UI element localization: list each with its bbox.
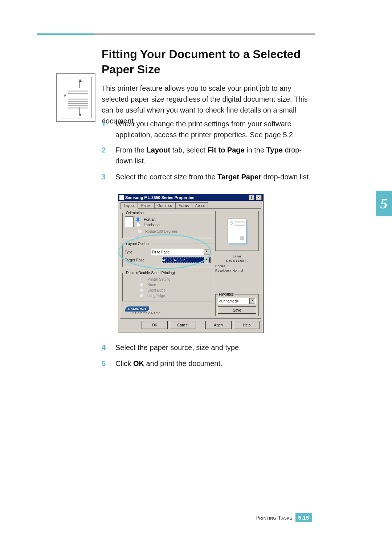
arrow-up-icon <box>79 80 80 88</box>
target-page-dropdown[interactable]: A5 (5.8x8.3 in.) ▼ <box>162 257 211 263</box>
properties-dialog: Samsung ML-2550 Series Properties ? × La… <box>118 194 263 333</box>
step-4: 4 Select the paper source, size and type… <box>102 342 316 353</box>
rotate180-input <box>137 229 142 234</box>
step-number: 2 <box>102 145 108 166</box>
step-number: 4 <box>102 342 108 353</box>
help-button[interactable]: ? <box>249 195 254 200</box>
step-number: 1 <box>102 118 108 140</box>
ok-button[interactable]: OK <box>142 321 168 329</box>
tab-pane: Orientation Portrait Landscape Rotate 18… <box>120 208 261 319</box>
step-text: From the Layout tab, select Fit to Page … <box>115 145 316 166</box>
orientation-legend: Orientation <box>125 211 145 215</box>
step-2: 2 From the Layout tab, select Fit to Pag… <box>102 145 316 166</box>
step-1: 1 When you change the print settings fro… <box>102 118 316 140</box>
step-number: 3 <box>102 171 108 182</box>
printer-icon <box>119 195 124 200</box>
paper-dim: 8.50 x 11.00 in. <box>215 259 259 263</box>
chevron-down-icon: ▼ <box>249 298 255 304</box>
figure-page: A <box>60 77 92 118</box>
target-page-label: Target Page <box>125 258 148 262</box>
footer-page-badge: 5.15 <box>295 513 312 522</box>
radio-printer-setting: Printer Setting <box>139 277 211 282</box>
help-button[interactable]: Help <box>234 321 260 329</box>
tab-graphics[interactable]: Graphics <box>154 202 175 208</box>
step-text: When you change the print settings from … <box>115 118 316 140</box>
tab-layout[interactable]: Layout <box>121 202 138 209</box>
favorites-value: <Unnamed> <box>219 299 239 303</box>
radio-portrait-input[interactable] <box>136 217 140 222</box>
dialog-title: Samsung ML-2550 Series Properties <box>125 195 247 200</box>
orientation-preview-icon <box>125 216 134 227</box>
samsung-logo: SAMSUNG <box>125 306 149 312</box>
tab-paper[interactable]: Paper <box>138 202 154 208</box>
favorites-legend: Favorites <box>218 292 235 296</box>
step-3: 3 Select the correct size from the Targe… <box>102 171 316 182</box>
figure-label: A <box>64 94 66 98</box>
step-text: Click OK and print the document. <box>115 358 222 369</box>
dialog-tabs: Layout Paper Graphics Extras About <box>121 202 261 208</box>
header-accent-rule <box>37 33 94 35</box>
footer-section: Printing Tasks <box>256 515 293 521</box>
step-number: 5 <box>102 358 108 369</box>
checkbox-rotate180: Rotate 180 Degrees <box>136 228 211 235</box>
tab-about[interactable]: About <box>192 202 208 208</box>
chevron-down-icon: ▼ <box>204 257 209 263</box>
target-page-value: A5 (5.8x8.3 in.) <box>163 258 188 262</box>
orientation-group: Orientation Portrait Landscape Rotate 18… <box>122 211 213 238</box>
radio-short-edge: Short Edge <box>139 288 211 293</box>
favorites-dropdown[interactable]: <Unnamed> ▼ <box>218 298 256 304</box>
type-dropdown[interactable]: Fit to Page ▼ <box>151 249 211 255</box>
preview-page-icon <box>228 219 246 243</box>
layout-options-group: Layout Options Type Fit to Page ▼ Target… <box>122 242 213 267</box>
type-value: Fit to Page <box>152 250 170 254</box>
apply-button[interactable]: Apply <box>205 321 232 329</box>
figure-text-lines <box>68 90 88 110</box>
step-5: 5 Click OK and print the document. <box>102 358 316 369</box>
radio-portrait[interactable]: Portrait <box>136 217 211 222</box>
dialog-titlebar: Samsung ML-2550 Series Properties ? × <box>118 194 263 201</box>
radio-landscape[interactable]: Landscape <box>136 223 211 227</box>
favorites-group: Favorites <Unnamed> ▼ Save <box>215 292 259 316</box>
chevron-down-icon: ▼ <box>204 249 209 255</box>
step-text: Select the paper source, size and type. <box>115 342 241 353</box>
margin-figure: A <box>56 73 95 122</box>
cancel-button[interactable]: Cancel <box>170 321 196 329</box>
duplex-legend: Duplex(Double-Sided Printing) <box>125 271 176 275</box>
type-label: Type <box>125 250 148 254</box>
page-title: Fitting Your Document to a Selected Pape… <box>102 47 316 77</box>
header-grey-rule <box>94 33 315 35</box>
radio-landscape-input[interactable] <box>136 223 140 227</box>
page-footer: Printing Tasks 5.15 <box>256 513 312 522</box>
close-button[interactable]: × <box>256 195 262 200</box>
dialog-button-row: OK Cancel Apply Help <box>120 319 261 331</box>
copies: Copies: 1 <box>215 264 259 269</box>
preview-meta: Letter 8.50 x 11.00 in. Copies: 1 Resolu… <box>215 255 259 273</box>
duplex-group: Duplex(Double-Sided Printing) Printer Se… <box>122 271 213 301</box>
page-preview <box>215 211 259 251</box>
radio-long-edge: Long Edge <box>139 293 211 298</box>
tab-extras[interactable]: Extras <box>175 202 192 208</box>
chapter-side-tab: 5 <box>376 191 392 216</box>
save-favorite-button[interactable]: Save <box>218 306 256 314</box>
layout-options-legend: Layout Options <box>125 242 151 246</box>
radio-none: None <box>139 282 211 287</box>
step-text: Select the correct size from the Target … <box>115 171 311 182</box>
electronics-label: ELECTRONICS <box>132 312 210 315</box>
paper-name: Letter <box>215 255 259 259</box>
resolution: Resolution: Normal <box>215 269 259 273</box>
brand-logo: SAMSUNG ELECTRONICS <box>122 305 213 316</box>
